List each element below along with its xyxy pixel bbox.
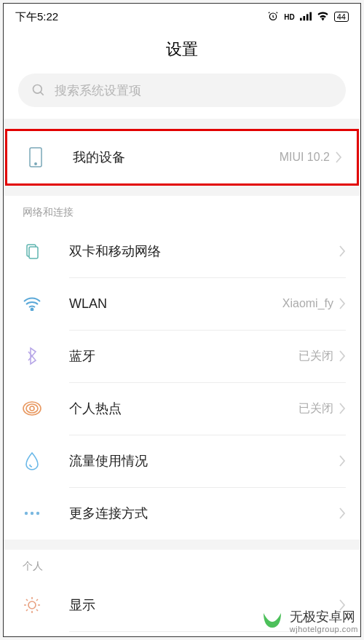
item-label: 双卡和移动网络	[69, 242, 333, 260]
wlan-row[interactable]: WLAN Xiaomi_fy	[4, 277, 360, 330]
svg-point-12	[30, 406, 34, 411]
sim-icon	[21, 242, 43, 260]
svg-rect-2	[303, 16, 305, 20]
alarm-icon	[267, 10, 279, 24]
highlighted-row: 我的设备 MIUI 10.2	[5, 129, 359, 186]
svg-rect-10	[29, 247, 38, 258]
search-placeholder: 搜索系统设置项	[55, 82, 141, 99]
sim-row[interactable]: 双卡和移动网络	[4, 225, 360, 277]
item-label: 个人热点	[69, 400, 298, 417]
watermark-url: wjhotelgroup.com	[290, 625, 358, 633]
svg-point-5	[33, 85, 42, 94]
settings-list[interactable]: 我的设备 MIUI 10.2 网络和连接 双卡和移动网络	[4, 119, 360, 636]
watermark: 无极安卓网 wjhotelgroup.com	[259, 606, 358, 636]
data-usage-row[interactable]: 流量使用情况	[4, 435, 360, 487]
svg-point-15	[25, 512, 28, 515]
svg-point-17	[36, 512, 39, 515]
hotspot-row[interactable]: 个人热点 已关闭	[4, 382, 360, 435]
item-value: 已关闭	[298, 349, 333, 364]
phone-screen: 下午5:22 HD 44 设置 搜索系统设置项	[3, 3, 361, 637]
wifi-icon	[21, 296, 43, 311]
chevron-right-icon	[339, 350, 346, 362]
signal-icon	[300, 11, 312, 23]
bluetooth-icon	[21, 347, 43, 366]
svg-point-11	[31, 309, 33, 311]
svg-point-13	[26, 404, 38, 413]
svg-line-6	[41, 92, 44, 95]
chevron-right-icon	[339, 507, 346, 519]
watermark-logo-icon	[259, 606, 285, 636]
status-bar: 下午5:22 HD 44	[4, 4, 360, 30]
item-value: MIUI 10.2	[280, 151, 330, 164]
hd-icon: HD	[284, 13, 294, 21]
svg-rect-1	[300, 17, 302, 20]
my-device-row[interactable]: 我的设备 MIUI 10.2	[7, 131, 357, 183]
data-usage-icon	[21, 451, 43, 470]
chevron-right-icon	[339, 298, 346, 309]
item-label: 蓝牙	[69, 347, 298, 365]
svg-point-16	[31, 512, 33, 515]
watermark-brand: 无极安卓网	[290, 609, 355, 624]
svg-rect-3	[306, 14, 309, 20]
section-header-personal: 个人	[4, 550, 360, 579]
item-value: 已关闭	[298, 401, 333, 416]
page-title: 设置	[4, 30, 360, 74]
item-value: Xiaomi_fy	[282, 297, 333, 310]
chevron-right-icon	[339, 245, 346, 257]
chevron-right-icon	[339, 455, 346, 467]
search-input[interactable]: 搜索系统设置项	[18, 74, 346, 107]
display-icon	[21, 596, 43, 615]
search-icon	[31, 83, 46, 98]
section-header-network: 网络和连接	[4, 196, 360, 225]
item-label: 我的设备	[73, 149, 280, 166]
svg-point-18	[28, 601, 36, 609]
item-label: 更多连接方式	[69, 505, 333, 522]
bluetooth-row[interactable]: 蓝牙 已关闭	[4, 330, 360, 382]
status-time: 下午5:22	[15, 10, 58, 24]
more-connections-row[interactable]: 更多连接方式	[4, 487, 360, 540]
battery-indicator: 44	[334, 12, 349, 22]
svg-point-8	[35, 163, 36, 165]
svg-rect-4	[309, 12, 312, 20]
more-icon	[21, 510, 43, 516]
phone-icon	[25, 147, 47, 167]
chevron-right-icon	[339, 403, 346, 414]
item-label: WLAN	[69, 296, 282, 312]
hotspot-icon	[21, 400, 43, 416]
item-label: 流量使用情况	[69, 452, 333, 470]
wifi-status-icon	[317, 11, 329, 23]
chevron-right-icon	[336, 151, 342, 163]
